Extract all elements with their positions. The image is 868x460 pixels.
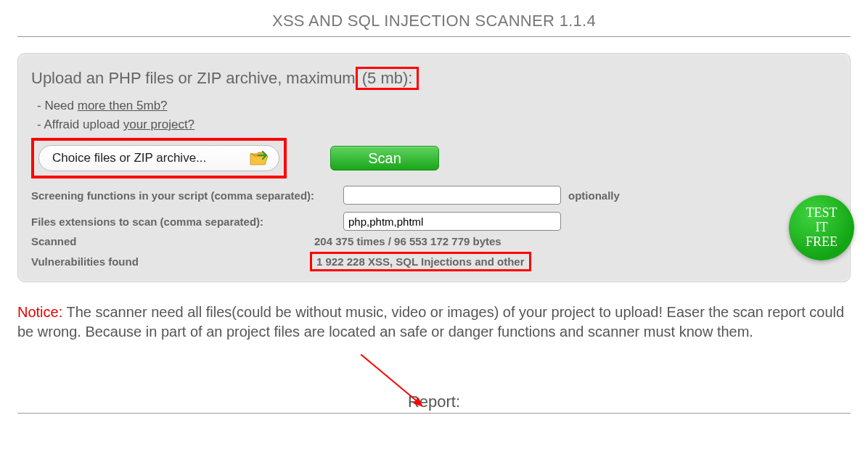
note-afraid: - Affraid upload your project? (37, 118, 837, 132)
test-it-free-badge[interactable]: TEST IT FREE (789, 195, 854, 260)
scanned-label: Scanned (31, 235, 314, 247)
file-chooser-label: Choice files or ZIP archive... (52, 151, 206, 165)
link-your-project[interactable]: your project? (123, 118, 195, 131)
vulnerabilities-label: Vulnerabilities found (31, 255, 314, 268)
link-more-5mb[interactable]: more then 5mb? (78, 99, 168, 112)
badge-line2: IT (815, 220, 827, 234)
screening-label: Screening functions in your script (comm… (31, 189, 343, 202)
notice-paragraph: Notice: The scanner need all files(could… (17, 303, 851, 342)
notice-label: Notice: (17, 304, 62, 320)
divider-report (17, 413, 851, 414)
badge-line3: FREE (806, 234, 838, 249)
screening-after: optionally (568, 189, 620, 202)
scanner-panel: Upload an PHP files or ZIP archive, maxi… (17, 53, 851, 282)
extensions-label: Files extensions to scan (comma separate… (31, 215, 343, 228)
heading-prefix: Upload an PHP files or ZIP archive, maxi… (31, 69, 356, 87)
note2-prefix: - Affraid upload (37, 118, 123, 131)
divider-top (17, 36, 851, 37)
panel-heading: Upload an PHP files or ZIP archive, maxi… (31, 67, 837, 90)
page-title: XSS AND SQL INJECTION SCANNER 1.1.4 (17, 12, 851, 30)
note1-prefix: - Need (37, 99, 78, 112)
extensions-input[interactable] (343, 212, 561, 231)
vulnerabilities-value-highlight: 1 922 228 XSS, SQL Injections and other (310, 252, 531, 271)
badge-line1: TEST (806, 205, 837, 220)
report-heading: Report: (17, 393, 851, 411)
folder-open-icon (250, 150, 269, 166)
file-chooser-button[interactable]: Choice files or ZIP archive... (38, 145, 279, 171)
scan-button[interactable]: Scan (330, 146, 439, 171)
upload-highlight-box: Choice files or ZIP archive... (31, 138, 287, 178)
scanned-value: 204 375 times / 96 553 172 779 bytes (314, 235, 501, 247)
note-need-more: - Need more then 5mb? (37, 99, 837, 113)
notice-text: The scanner need all files(could be with… (17, 304, 844, 340)
heading-size-highlight: (5 mb): (356, 67, 419, 90)
screening-input[interactable] (343, 186, 561, 205)
